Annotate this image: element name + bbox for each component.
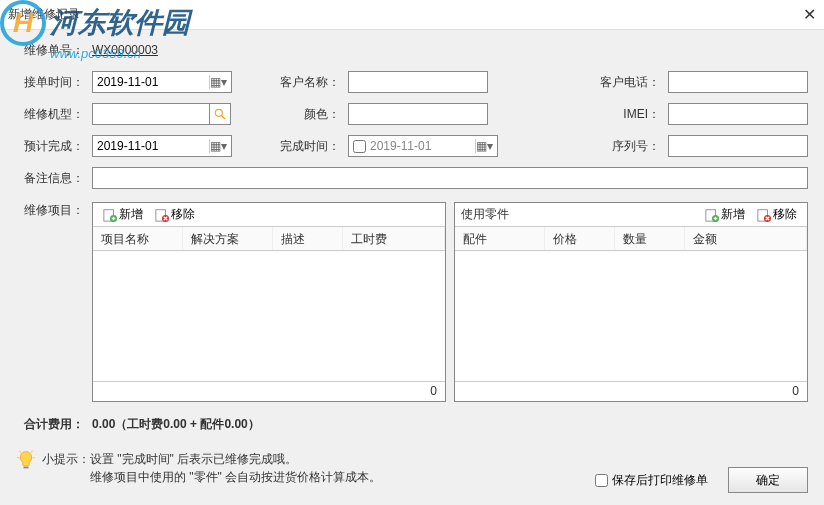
- expect-done-label: 预计完成：: [16, 138, 92, 155]
- tip-text: 小提示：设置 "完成时间" 后表示已维修完成哦。 小提示：维修项目中使用的 "零…: [42, 450, 381, 486]
- done-time-input[interactable]: 2019-11-01 ▦▾: [348, 135, 498, 157]
- receive-time-value: 2019-11-01: [97, 75, 158, 89]
- receive-time-label: 接单时间：: [16, 74, 92, 91]
- calendar-icon[interactable]: ▦▾: [209, 75, 227, 89]
- color-input[interactable]: [348, 103, 488, 125]
- remove-icon: [155, 208, 169, 222]
- col-amount: 金额: [685, 227, 807, 250]
- print-checkbox-wrap[interactable]: 保存后打印维修单: [595, 472, 708, 489]
- tip-line1: 设置 "完成时间" 后表示已维修完成哦。: [90, 452, 297, 466]
- total-label: 合计费用：: [16, 416, 92, 433]
- remove-item-button[interactable]: 移除: [151, 205, 199, 225]
- serial-label: 序列号：: [592, 138, 668, 155]
- items-table-body[interactable]: [93, 251, 445, 381]
- remove-icon: [757, 208, 771, 222]
- customer-phone-label: 客户电话：: [592, 74, 668, 91]
- parts-table-header: 配件 价格 数量 金额: [455, 227, 807, 251]
- add-part-button[interactable]: 新增: [701, 205, 749, 225]
- customer-name-input[interactable]: [348, 71, 488, 93]
- done-time-value: 2019-11-01: [370, 139, 431, 153]
- calendar-icon[interactable]: ▦▾: [209, 139, 227, 153]
- repair-model-label: 维修机型：: [16, 106, 92, 123]
- repair-items-panel: 新增 移除 项目名称 解决方案 描述 工时费 0: [92, 202, 446, 402]
- done-time-label: 完成时间：: [272, 138, 348, 155]
- items-label: 维修项目：: [16, 198, 92, 219]
- receive-time-input[interactable]: 2019-11-01 ▦▾: [92, 71, 232, 93]
- customer-phone-input[interactable]: [668, 71, 808, 93]
- expect-done-value: 2019-11-01: [97, 139, 158, 153]
- serial-input[interactable]: [668, 135, 808, 157]
- parts-footer: 0: [455, 381, 807, 401]
- col-solution: 解决方案: [183, 227, 273, 250]
- search-model-button[interactable]: [209, 103, 231, 125]
- titlebar: 新增维修记录 ✕: [0, 0, 824, 30]
- items-footer: 0: [93, 381, 445, 401]
- remove-part-button[interactable]: 移除: [753, 205, 801, 225]
- svg-point-0: [215, 109, 222, 116]
- print-checkbox-label: 保存后打印维修单: [612, 472, 708, 489]
- imei-label: IMEI：: [592, 106, 668, 123]
- add-item-label: 新增: [119, 206, 143, 223]
- col-price: 价格: [545, 227, 615, 250]
- total-value: 0.00（工时费0.00 + 配件0.00）: [92, 416, 260, 433]
- items-table-header: 项目名称 解决方案 描述 工时费: [93, 227, 445, 251]
- magnifier-icon: [213, 107, 227, 121]
- order-value: WX0000003: [92, 43, 158, 57]
- lightbulb-icon: [16, 450, 36, 470]
- tip-prefix: 小提示：: [42, 452, 90, 466]
- imei-input[interactable]: [668, 103, 808, 125]
- add-item-button[interactable]: 新增: [99, 205, 147, 225]
- col-desc: 描述: [273, 227, 343, 250]
- expect-done-input[interactable]: 2019-11-01 ▦▾: [92, 135, 232, 157]
- col-part: 配件: [455, 227, 545, 250]
- color-label: 颜色：: [272, 106, 348, 123]
- ok-button[interactable]: 确定: [728, 467, 808, 493]
- window-title: 新增维修记录: [8, 6, 80, 23]
- remove-item-label: 移除: [171, 206, 195, 223]
- order-label: 维修单号：: [16, 42, 92, 59]
- done-time-checkbox[interactable]: [353, 140, 366, 153]
- calendar-icon[interactable]: ▦▾: [475, 139, 493, 153]
- note-input[interactable]: [92, 167, 808, 189]
- note-label: 备注信息：: [16, 170, 92, 187]
- add-icon: [103, 208, 117, 222]
- repair-model-input[interactable]: [92, 103, 210, 125]
- parts-panel: 使用零件 新增 移除 配件 价格 数量 金额: [454, 202, 808, 402]
- svg-line-1: [222, 116, 226, 120]
- print-checkbox[interactable]: [595, 474, 608, 487]
- customer-name-label: 客户名称：: [272, 74, 348, 91]
- add-part-label: 新增: [721, 206, 745, 223]
- close-icon[interactable]: ✕: [803, 5, 816, 24]
- col-labor-fee: 工时费: [343, 227, 445, 250]
- tip-line2: 维修项目中使用的 "零件" 会自动按进货价格计算成本。: [90, 470, 381, 484]
- parts-table-body[interactable]: [455, 251, 807, 381]
- parts-title: 使用零件: [461, 206, 509, 223]
- add-icon: [705, 208, 719, 222]
- col-item-name: 项目名称: [93, 227, 183, 250]
- remove-part-label: 移除: [773, 206, 797, 223]
- col-qty: 数量: [615, 227, 685, 250]
